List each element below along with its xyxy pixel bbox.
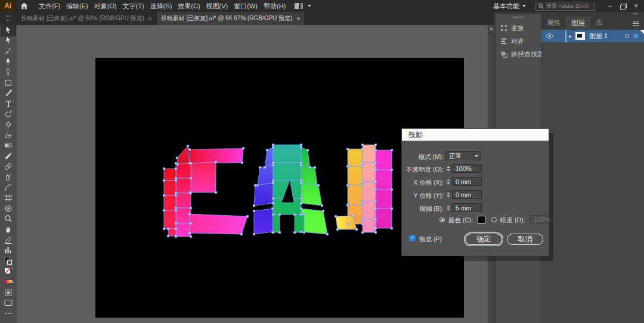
slice-tool[interactable] xyxy=(1,235,16,246)
workspace-switcher[interactable]: 基本功能 xyxy=(493,2,526,11)
document-tabbar: •••• 投稿素材 [已恢复].ai* @ 50% (RGB/GPU 预览)×投… xyxy=(0,12,489,25)
layer-color-bar xyxy=(565,30,566,42)
type-tool[interactable] xyxy=(1,98,16,109)
color-swatch-row[interactable] xyxy=(1,277,16,287)
layer-selection-badge[interactable] xyxy=(634,34,638,38)
none-color-indicator[interactable] xyxy=(1,266,16,277)
menu-6[interactable]: 视图(V) xyxy=(203,0,231,12)
layers-panel: •• 属性图层库 ▸ 图层 1 xyxy=(541,12,644,323)
close-button[interactable]: × xyxy=(630,0,643,12)
panel-tab-图层[interactable]: 图层 xyxy=(566,17,590,29)
menu-list: 文件(F)编辑(E)对象(O)文字(T)选择(S)效果(C)视图(V)窗口(W)… xyxy=(36,0,289,12)
shadow-color-swatch[interactable] xyxy=(478,216,485,223)
gradient-tool[interactable] xyxy=(1,141,16,151)
value-input[interactable]: 0 mm xyxy=(452,177,482,186)
quick-panel-item-1[interactable]: 对齐 xyxy=(496,35,541,48)
search-icon xyxy=(538,4,544,9)
stepper-control[interactable] xyxy=(445,177,451,186)
menu-2[interactable]: 对象(O) xyxy=(91,0,120,12)
symbol-sprayer-tool[interactable] xyxy=(1,172,16,182)
layer-name[interactable]: 图层 1 xyxy=(589,32,625,41)
hand-tool[interactable] xyxy=(1,224,16,235)
eyedropper-tool[interactable] xyxy=(1,151,16,162)
value-input[interactable]: 5 mm xyxy=(452,203,482,212)
menu-4[interactable]: 选择(S) xyxy=(147,0,175,12)
graph-tool[interactable] xyxy=(1,245,16,256)
magic-wand-tool[interactable] xyxy=(1,46,16,57)
tab-close-icon[interactable]: × xyxy=(296,15,300,22)
edit-toolbar-more[interactable] xyxy=(1,308,16,319)
document-tab-1[interactable]: 投稿素材 [已恢复].ai* @ 66.67% (RGB/GPU 预览)× xyxy=(157,12,305,25)
eye-icon xyxy=(546,33,553,39)
color-radio[interactable] xyxy=(439,217,445,222)
workspace-layout-icon[interactable] xyxy=(295,3,311,9)
tools-panel xyxy=(0,25,17,323)
screen-mode[interactable] xyxy=(1,297,16,308)
menu-8[interactable]: 帮助(H) xyxy=(261,0,289,12)
panel-tab-库[interactable]: 库 xyxy=(590,17,608,29)
direct-selection-tool[interactable] xyxy=(1,36,16,46)
rectangle-tool[interactable] xyxy=(1,77,16,88)
preview-checkbox[interactable]: ✓ xyxy=(409,235,416,241)
color-label: 颜色 (C): xyxy=(448,216,473,225)
selection-tool[interactable] xyxy=(1,25,16,36)
quick-panel-item-0[interactable]: 变换 xyxy=(496,21,541,35)
value-input[interactable]: 0 mm xyxy=(452,190,482,199)
quick-panel-item-2[interactable]: 路径查找器 xyxy=(496,48,541,61)
menu-7[interactable]: 窗口(W) xyxy=(231,0,261,12)
ok-button[interactable]: 确定 xyxy=(465,234,502,245)
curvature-tool[interactable] xyxy=(1,67,16,77)
layers-panel-body: ▸ 图层 1 xyxy=(541,29,644,323)
document-tab-0[interactable]: 投稿素材 [已恢复].ai* @ 50% (RGB/GPU 预览)× xyxy=(17,12,157,25)
home-icon[interactable] xyxy=(16,2,32,10)
layer-expand-chevron[interactable]: ▸ xyxy=(569,33,572,39)
menu-3[interactable]: 文字(T) xyxy=(120,0,147,12)
fill-stroke-swatch[interactable] xyxy=(1,256,16,266)
rotate-tool[interactable] xyxy=(1,109,16,120)
menu-1[interactable]: 编辑(E) xyxy=(63,0,91,12)
preview-label: 预览 (P) xyxy=(419,235,442,244)
stock-search-input[interactable]: 搜索 Adobe Stock xyxy=(535,2,595,11)
search-placeholder: 搜索 Adobe Stock xyxy=(546,2,589,10)
eraser-tool[interactable] xyxy=(1,119,16,130)
toolbar-grip[interactable]: •••• xyxy=(0,12,17,25)
darkness-input: 100% xyxy=(530,215,548,223)
stepper-control[interactable] xyxy=(445,164,451,173)
value-input[interactable]: 100% xyxy=(452,164,482,173)
layer-corner-mark xyxy=(640,30,644,34)
tab-close-icon[interactable]: × xyxy=(148,15,152,22)
minimize-button[interactable]: − xyxy=(603,0,617,12)
pen-tool[interactable] xyxy=(1,57,16,67)
illustrator-window: Ai 文件(F)编辑(E)对象(O)文字(T)选择(S)效果(C)视图(V)窗口… xyxy=(0,0,644,323)
shaper-tool[interactable] xyxy=(1,130,16,141)
menu-5[interactable]: 效果(C) xyxy=(175,0,203,12)
field-label: 模糊 (B): xyxy=(419,205,444,213)
artboard-tool[interactable] xyxy=(1,193,16,204)
stepper-control[interactable] xyxy=(445,203,451,212)
field-label: Y 位移 (Y): xyxy=(413,192,444,200)
panel-tab-属性[interactable]: 属性 xyxy=(541,17,566,29)
cancel-button[interactable]: 取消 xyxy=(507,234,543,245)
layer-thumbnail[interactable] xyxy=(575,32,585,40)
window-controls: − × xyxy=(603,0,643,12)
field-label: X 位移 (X): xyxy=(413,179,444,187)
rotate-view-tool[interactable] xyxy=(1,203,16,214)
blend-tool[interactable] xyxy=(1,162,16,172)
chevron-down-icon xyxy=(475,155,478,157)
align-icon xyxy=(500,38,507,45)
menu-0[interactable]: 文件(F) xyxy=(36,0,63,12)
zoom-tool[interactable] xyxy=(1,214,16,225)
layer-target-circle[interactable] xyxy=(625,34,629,38)
darkness-radio[interactable] xyxy=(491,217,497,222)
paintbrush-tool[interactable] xyxy=(1,88,16,99)
layer-row[interactable]: ▸ 图层 1 xyxy=(541,30,644,42)
menu-bar: Ai 文件(F)编辑(E)对象(O)文字(T)选择(S)效果(C)视图(V)窗口… xyxy=(0,0,644,12)
transform-icon xyxy=(500,24,507,32)
stepper-control[interactable] xyxy=(445,190,451,199)
arc-tool[interactable] xyxy=(1,182,16,193)
app-logo-icon[interactable]: Ai xyxy=(0,0,16,12)
drawing-mode[interactable] xyxy=(1,287,16,298)
visibility-cell[interactable] xyxy=(541,33,557,39)
restore-button[interactable] xyxy=(620,4,626,9)
panel-menu-icon[interactable] xyxy=(633,21,639,26)
